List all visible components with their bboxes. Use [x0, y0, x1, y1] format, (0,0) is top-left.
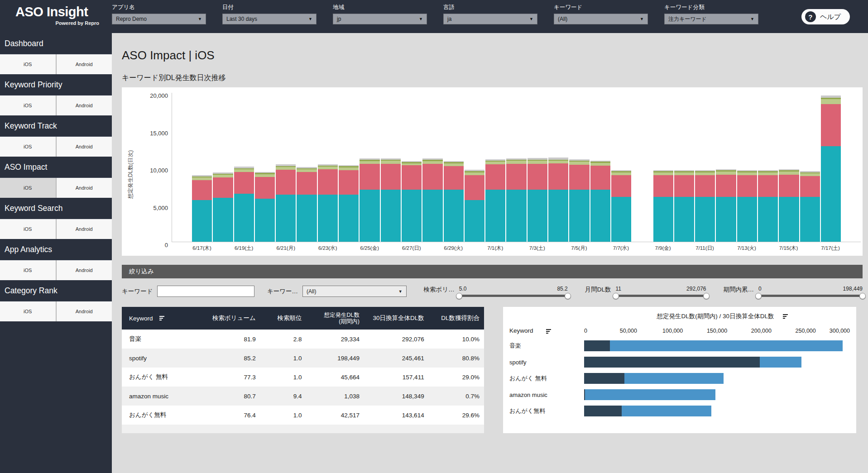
- bar-segment-teal[interactable]: [485, 190, 505, 242]
- bar-7/8(木)[interactable]: [632, 92, 652, 242]
- bar-6/26(土)[interactable]: [381, 92, 401, 242]
- bar-7/9(金)[interactable]: [653, 92, 673, 242]
- hbar-period-bar[interactable]: [584, 389, 585, 400]
- bar-segment-teal[interactable]: [758, 197, 778, 242]
- filter-region-select[interactable]: jp▼: [333, 14, 427, 24]
- bar-segment-pink[interactable]: [674, 175, 694, 197]
- bar-segment-light-olive[interactable]: [674, 172, 694, 176]
- sidebar-item-keyword-search-ios[interactable]: iOS: [0, 219, 56, 239]
- bar-segment-pink[interactable]: [381, 164, 401, 190]
- bar-segment-pink[interactable]: [339, 170, 359, 195]
- bar-segment-teal[interactable]: [821, 146, 841, 242]
- bar-segment-pink[interactable]: [695, 175, 715, 197]
- bar-6/18(金)[interactable]: [213, 92, 233, 242]
- bar-segment-pink[interactable]: [779, 175, 799, 197]
- filter-keyword-select[interactable]: (All)▼: [554, 14, 648, 24]
- range-handle-min[interactable]: [755, 293, 762, 299]
- sidebar-item-keyword-search-android[interactable]: Android: [56, 219, 112, 239]
- bar-segment-teal[interactable]: [506, 190, 526, 242]
- hbar-period-bar[interactable]: [584, 357, 760, 368]
- bar-segment-pink[interactable]: [318, 169, 338, 195]
- bar-segment-pink[interactable]: [821, 104, 841, 146]
- range-handle-max[interactable]: [859, 293, 866, 299]
- bar-7/7(水)[interactable]: [611, 92, 631, 242]
- bar-segment-pink[interactable]: [653, 175, 673, 197]
- bar-segment-pink[interactable]: [213, 177, 233, 198]
- bar-7/12(月)[interactable]: [716, 92, 736, 242]
- range-slider-track[interactable]: [616, 295, 706, 297]
- table-column-header[interactable]: Keyword: [122, 307, 200, 330]
- range-handle-min[interactable]: [456, 293, 462, 299]
- bar-segment-light-olive[interactable]: [737, 172, 757, 176]
- sort-icon[interactable]: [783, 314, 788, 319]
- bar-segment-light-olive[interactable]: [821, 99, 841, 105]
- bar-segment-teal[interactable]: [716, 197, 736, 242]
- bar-segment-teal[interactable]: [695, 197, 715, 242]
- bar-segment-teal[interactable]: [213, 198, 233, 242]
- bar-7/2(金)[interactable]: [506, 92, 526, 242]
- bar-segment-light-olive[interactable]: [360, 161, 379, 164]
- bar-segment-teal[interactable]: [548, 190, 568, 242]
- hbar-total-bar[interactable]: [584, 340, 843, 351]
- bar-7/17(土)[interactable]: [821, 92, 841, 242]
- bar-segment-light-olive[interactable]: [695, 172, 715, 176]
- bar-segment-light-olive[interactable]: [653, 172, 673, 176]
- filter-language-select[interactable]: ja▼: [443, 14, 537, 24]
- bar-segment-teal[interactable]: [192, 200, 212, 242]
- bar-segment-pink[interactable]: [528, 164, 547, 190]
- sidebar-item-app-analytics-ios[interactable]: iOS: [0, 260, 56, 280]
- keyword-filter-input[interactable]: [157, 286, 254, 297]
- range-slider-track[interactable]: [459, 295, 568, 297]
- sidebar-item-aso-impact-ios[interactable]: iOS: [0, 178, 56, 198]
- bar-segment-light-olive[interactable]: [779, 172, 799, 175]
- bar-segment-pink[interactable]: [716, 175, 736, 197]
- hbar-total-bar[interactable]: [584, 389, 715, 400]
- bar-segment-pink[interactable]: [485, 164, 505, 189]
- bar-segment-teal[interactable]: [653, 197, 673, 242]
- bar-segment-teal[interactable]: [402, 190, 422, 242]
- bar-6/22(火)[interactable]: [297, 92, 317, 242]
- bar-6/28(月)[interactable]: [422, 92, 442, 242]
- bar-7/4(日)[interactable]: [548, 92, 568, 242]
- bar-segment-teal[interactable]: [444, 190, 464, 242]
- bar-6/29(火)[interactable]: [444, 92, 464, 242]
- bar-segment-light-olive[interactable]: [255, 174, 275, 177]
- bar-segment-teal[interactable]: [339, 195, 359, 242]
- bar-7/15(木)[interactable]: [779, 92, 799, 242]
- bar-6/25(金)[interactable]: [360, 92, 379, 242]
- bar-segment-pink[interactable]: [548, 163, 568, 190]
- bar-7/14(水)[interactable]: [758, 92, 778, 242]
- bar-segment-teal[interactable]: [360, 190, 379, 242]
- bar-7/10(土)[interactable]: [674, 92, 694, 242]
- bar-segment-teal[interactable]: [465, 200, 484, 242]
- sidebar-item-aso-impact-android[interactable]: Android: [56, 178, 112, 198]
- bar-segment-pink[interactable]: [465, 175, 484, 200]
- sidebar-item-keyword-priority-android[interactable]: Android: [56, 96, 112, 115]
- bar-segment-light-olive[interactable]: [758, 172, 778, 176]
- table-column-header[interactable]: 検索ボリューム: [200, 307, 260, 330]
- bar-segment-teal[interactable]: [255, 199, 275, 242]
- help-button[interactable]: ? ヘルプ: [801, 9, 850, 24]
- bar-6/21(月)[interactable]: [276, 92, 296, 242]
- bar-segment-light-olive[interactable]: [506, 161, 526, 164]
- bar-segment-teal[interactable]: [779, 197, 799, 242]
- bar-segment-teal[interactable]: [528, 190, 547, 242]
- bar-segment-light-olive[interactable]: [611, 172, 631, 176]
- bar-segment-pink[interactable]: [297, 172, 317, 195]
- table-column-header[interactable]: 30日換算全体DL数: [364, 307, 429, 330]
- bar-segment-light-olive[interactable]: [528, 161, 547, 164]
- bar-segment-light-olive[interactable]: [465, 172, 484, 176]
- sidebar-item-dashboard-ios[interactable]: iOS: [0, 54, 56, 74]
- hbar-period-bar[interactable]: [584, 373, 624, 384]
- hbar-period-bar[interactable]: [584, 340, 610, 351]
- bar-segment-pink[interactable]: [737, 175, 757, 197]
- bar-7/5(月)[interactable]: [569, 92, 589, 242]
- bar-segment-light-olive[interactable]: [381, 161, 401, 164]
- bar-6/30(水)[interactable]: [465, 92, 484, 242]
- sort-icon[interactable]: [159, 316, 165, 321]
- filter-date-select[interactable]: Last 30 days▼: [222, 14, 317, 24]
- sort-icon[interactable]: [546, 329, 551, 334]
- filter-app-name-select[interactable]: Repro Demo▼: [112, 14, 206, 24]
- bar-segment-teal[interactable]: [234, 194, 254, 242]
- bar-segment-teal[interactable]: [611, 197, 631, 242]
